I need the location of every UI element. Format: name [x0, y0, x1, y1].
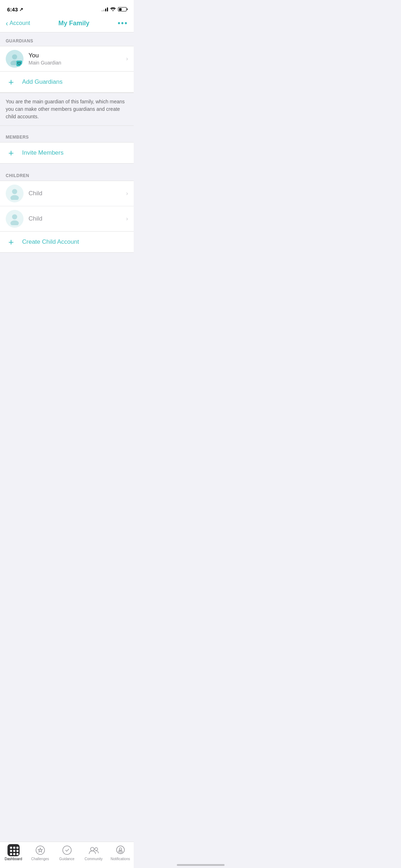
- child-row-1[interactable]: Child ›: [0, 206, 134, 231]
- page-title: My Family: [58, 20, 89, 27]
- invite-members-section: + Invite Members: [0, 142, 134, 164]
- status-icons: [102, 7, 127, 12]
- children-label: CHILDREN: [6, 173, 29, 178]
- chevron-right-child-1-icon: ›: [126, 216, 128, 222]
- add-guardians-section: + Add Guardians: [0, 72, 134, 93]
- guardian-row-you[interactable]: You Main Guardian ›: [0, 46, 134, 71]
- plus-icon: +: [6, 77, 16, 87]
- create-child-button[interactable]: + Create Child Account: [0, 232, 134, 252]
- child-avatar-0: [6, 185, 24, 202]
- guardian-info-text: You are the main guardian of this family…: [6, 98, 128, 120]
- signal-icon: [102, 7, 108, 11]
- svg-point-5: [10, 221, 19, 226]
- add-guardians-button[interactable]: + Add Guardians: [0, 72, 134, 92]
- battery-icon: [118, 7, 127, 11]
- plus-child-icon: +: [6, 237, 16, 247]
- guardians-list: You Main Guardian ›: [0, 46, 134, 72]
- guardian-avatar-you: [6, 50, 24, 68]
- invite-members-label: Invite Members: [22, 149, 63, 156]
- chevron-right-icon: ›: [126, 56, 128, 62]
- status-bar: 6:43 ↗: [0, 0, 134, 16]
- chevron-left-icon: ‹: [6, 20, 8, 27]
- plus-members-icon: +: [6, 148, 16, 158]
- members-section-header: MEMBERS: [0, 129, 134, 142]
- child-name-1: Child: [29, 215, 126, 222]
- children-list: Child › Child ›: [0, 181, 134, 232]
- content: GUARDIANS You Main Guardian › + Add Guar…: [0, 32, 134, 295]
- child-row-0[interactable]: Child ›: [0, 181, 134, 206]
- create-child-section: + Create Child Account: [0, 232, 134, 253]
- info-text-block: You are the main guardian of this family…: [0, 93, 134, 126]
- more-button[interactable]: •••: [118, 19, 128, 28]
- svg-point-4: [12, 214, 17, 219]
- children-section-header: CHILDREN: [0, 167, 134, 181]
- svg-point-0: [12, 54, 17, 59]
- guardians-section-header: GUARDIANS: [0, 32, 134, 46]
- status-time: 6:43 ↗: [7, 6, 23, 12]
- members-label: MEMBERS: [6, 135, 29, 140]
- child-name-0: Child: [29, 190, 126, 197]
- invite-members-button[interactable]: + Invite Members: [0, 143, 134, 163]
- svg-point-3: [10, 195, 19, 200]
- guardian-role: Main Guardian: [29, 60, 126, 66]
- location-icon: ↗: [19, 7, 23, 12]
- guardians-label: GUARDIANS: [6, 38, 33, 43]
- chevron-right-child-0-icon: ›: [126, 190, 128, 197]
- svg-point-2: [12, 189, 17, 194]
- nav-bar: ‹ Account My Family •••: [0, 16, 134, 32]
- add-guardians-label: Add Guardians: [22, 78, 62, 86]
- shield-badge-icon: [16, 61, 22, 66]
- child-avatar-1: [6, 210, 24, 228]
- wifi-icon: [110, 7, 116, 12]
- back-button[interactable]: ‹ Account: [6, 20, 30, 27]
- create-child-label: Create Child Account: [22, 238, 79, 246]
- guardian-name: You: [29, 52, 126, 59]
